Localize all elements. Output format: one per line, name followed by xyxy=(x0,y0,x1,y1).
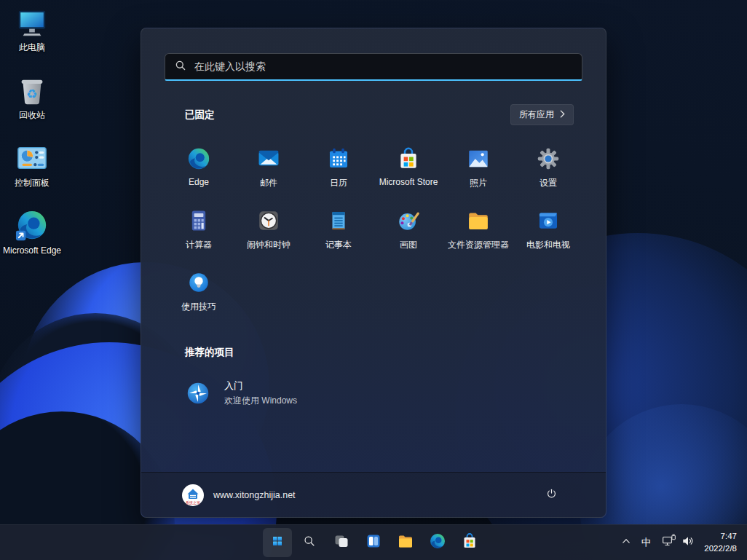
pinned-app-label: 记事本 xyxy=(325,239,352,251)
task-view-button[interactable] xyxy=(327,528,356,557)
pinned-app-label: 设置 xyxy=(540,177,557,189)
taskbar-clock[interactable]: 7:47 2022/2/8 xyxy=(700,530,743,554)
widgets-icon xyxy=(365,532,382,553)
pinned-app-photos[interactable]: 照片 xyxy=(443,141,513,203)
svg-text:♻: ♻ xyxy=(26,87,37,101)
pinned-app-notepad[interactable]: 记事本 xyxy=(304,203,374,265)
calendar-icon xyxy=(326,146,351,171)
taskbar-search-button[interactable] xyxy=(295,528,324,557)
pinned-app-edge[interactable]: Edge xyxy=(164,141,234,203)
taskbar-edge-button[interactable] xyxy=(423,528,452,557)
system-tray: 中 7:47 2022/2/8 xyxy=(617,525,743,560)
store-icon xyxy=(396,146,421,171)
paint-icon xyxy=(396,208,421,233)
desktop-icon-label: 控制面板 xyxy=(15,178,50,189)
all-apps-label: 所有应用 xyxy=(519,109,554,121)
pinned-app-label: 日历 xyxy=(330,177,347,189)
recommended-section-title: 推荐的项目 xyxy=(185,346,234,359)
recommended-item-get-started[interactable]: 入门 欢迎使用 Windows xyxy=(181,375,408,411)
pinned-app-label: Edge xyxy=(189,177,209,187)
desktop-icon-recycle-bin[interactable]: ♻ 回收站 xyxy=(1,74,63,121)
ime-indicator[interactable]: 中 xyxy=(636,528,657,557)
pinned-app-label: 文件资源管理器 xyxy=(448,239,509,251)
search-input[interactable]: 在此键入以搜索 xyxy=(165,53,582,81)
power-button[interactable] xyxy=(537,482,565,508)
pinned-app-label: 邮件 xyxy=(260,177,277,189)
pinned-app-label: 照片 xyxy=(470,177,487,189)
get-started-icon xyxy=(185,380,211,406)
desktop-icon-label: 此电脑 xyxy=(19,42,45,53)
edge-icon xyxy=(15,209,49,242)
footer-site-text: www.xitongzhijia.net xyxy=(213,490,296,500)
network-icon xyxy=(662,534,676,551)
widgets-button[interactable] xyxy=(359,528,388,557)
start-menu-footer: 系统之家 www.xitongzhijia.net xyxy=(141,472,606,517)
chevron-right-icon xyxy=(560,110,565,120)
store-icon xyxy=(461,532,478,553)
movies-tv-icon xyxy=(536,208,561,233)
pinned-app-label: Microsoft Store xyxy=(379,177,438,187)
desktop-icon-edge[interactable]: Microsoft Edge xyxy=(1,209,63,256)
notepad-icon xyxy=(326,208,351,233)
desktop-icon-list: 此电脑 ♻ 回收站 控制面板 xyxy=(1,6,63,277)
clock-icon xyxy=(256,208,281,233)
search-placeholder: 在此键入以搜索 xyxy=(194,60,266,74)
recommended-item-title: 入门 xyxy=(224,379,297,393)
pinned-app-paint[interactable]: 画图 xyxy=(374,203,443,265)
pinned-app-calculator[interactable]: 计算器 xyxy=(164,203,234,265)
windows-start-icon xyxy=(269,532,286,553)
tray-overflow-button[interactable] xyxy=(617,528,636,557)
chevron-up-icon xyxy=(621,536,631,549)
clock-time: 7:47 xyxy=(704,530,737,543)
pinned-app-label: 计算器 xyxy=(186,239,212,251)
taskbar-center-buttons xyxy=(263,528,484,557)
this-pc-icon xyxy=(15,6,49,39)
pinned-app-tips[interactable]: 使用技巧 xyxy=(164,265,234,327)
recycle-bin-icon: ♻ xyxy=(15,74,49,107)
pinned-app-label: 画图 xyxy=(400,239,417,251)
pinned-app-label: 闹钟和时钟 xyxy=(247,239,290,251)
pinned-app-movies-tv[interactable]: 电影和电视 xyxy=(513,203,583,265)
start-menu-panel: 在此键入以搜索 已固定 所有应用 Edge xyxy=(141,28,606,518)
settings-icon xyxy=(536,146,561,171)
edge-icon xyxy=(186,146,211,171)
desktop-icon-label: 回收站 xyxy=(19,110,45,121)
file-explorer-icon xyxy=(397,532,414,553)
taskbar-file-explorer-button[interactable] xyxy=(391,528,420,557)
footer-user-button[interactable]: 系统之家 www.xitongzhijia.net xyxy=(182,484,296,506)
file-explorer-icon xyxy=(466,208,491,233)
desktop-icon-this-pc[interactable]: 此电脑 xyxy=(1,6,63,53)
footer-logo-text: 系统之家 xyxy=(186,500,200,505)
taskbar: 中 7:47 2022/2/8 xyxy=(0,524,747,560)
tips-icon xyxy=(186,270,211,295)
pinned-app-microsoft-store[interactable]: Microsoft Store xyxy=(374,141,443,203)
clock-date: 2022/2/8 xyxy=(704,543,737,555)
desktop-icon-control-panel[interactable]: 控制面板 xyxy=(1,141,63,189)
pinned-app-mail[interactable]: 邮件 xyxy=(234,141,304,203)
pinned-app-settings[interactable]: 设置 xyxy=(513,141,583,203)
taskbar-store-button[interactable] xyxy=(455,528,484,557)
pinned-section-title: 已固定 xyxy=(185,109,215,122)
edge-icon xyxy=(429,532,446,553)
desktop-icon-label: Microsoft Edge xyxy=(3,245,61,256)
network-volume-button[interactable] xyxy=(657,528,700,557)
calculator-icon xyxy=(186,208,211,233)
all-apps-button[interactable]: 所有应用 xyxy=(510,104,574,125)
search-icon xyxy=(175,60,186,74)
xitongzhijia-logo: 系统之家 xyxy=(182,484,204,506)
pinned-apps-grid: Edge 邮件 xyxy=(164,141,585,327)
control-panel-icon xyxy=(15,141,49,175)
search-icon xyxy=(301,533,317,552)
photos-icon xyxy=(466,146,491,171)
start-button[interactable] xyxy=(263,528,292,557)
pinned-app-alarms-clock[interactable]: 闹钟和时钟 xyxy=(234,203,304,265)
volume-icon xyxy=(681,535,695,551)
mail-icon xyxy=(256,146,281,171)
pinned-app-calendar[interactable]: 日历 xyxy=(304,141,374,203)
pinned-app-label: 电影和电视 xyxy=(526,239,570,251)
task-view-icon xyxy=(333,532,350,553)
recommended-item-subtitle: 欢迎使用 Windows xyxy=(224,395,297,407)
pinned-app-label: 使用技巧 xyxy=(181,301,216,313)
pinned-app-file-explorer[interactable]: 文件资源管理器 xyxy=(443,203,513,265)
power-icon xyxy=(545,486,558,503)
